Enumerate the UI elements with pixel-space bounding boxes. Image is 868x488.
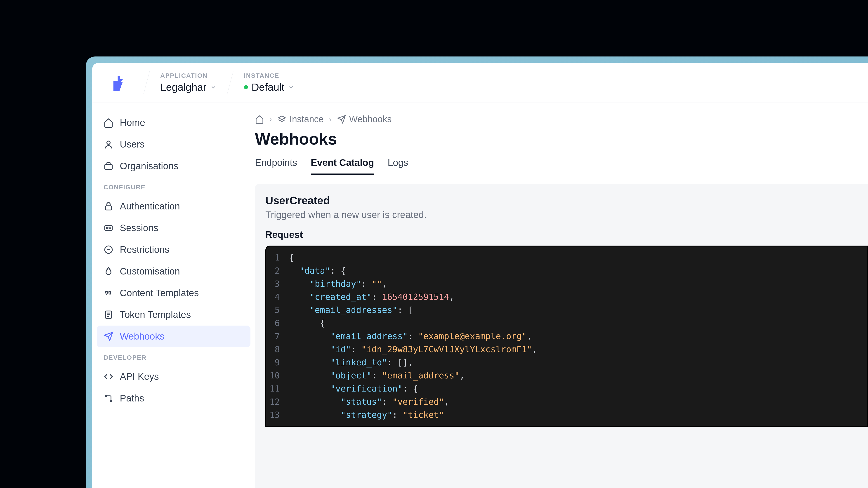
sidebar-item-content-templates[interactable]: Content Templates (97, 282, 250, 304)
line-number: 8 (266, 343, 289, 356)
line-number: 9 (266, 356, 289, 369)
tab-event-catalog[interactable]: Event Catalog (311, 157, 374, 175)
line-number: 5 (266, 303, 289, 317)
line-number: 10 (266, 369, 289, 382)
instance-label: INSTANCE (244, 72, 294, 79)
code-content: "verification": { (289, 382, 418, 395)
breadcrumb-label: Instance (289, 114, 324, 124)
svg-rect-1 (105, 164, 112, 169)
sidebar-item-label: Authentication (120, 201, 180, 212)
sidebar-item-users[interactable]: Users (97, 133, 250, 155)
code-content: "email_addresses": [ (289, 303, 413, 317)
line-number: 1 (266, 251, 289, 264)
instance-selector[interactable]: INSTANCE Default (244, 72, 294, 93)
nope-icon (103, 245, 114, 255)
sidebar-item-webhooks[interactable]: Webhooks (97, 326, 250, 347)
code-icon (103, 372, 114, 382)
breadcrumb-home[interactable] (255, 115, 264, 124)
sidebar-item-api-keys[interactable]: API Keys (97, 366, 250, 387)
line-number: 6 (266, 317, 289, 330)
sidebar-item-home[interactable]: Home (97, 112, 250, 133)
line-number: 2 (266, 264, 289, 277)
code-line: 6 { (266, 317, 867, 330)
sidebar-item-restrictions[interactable]: Restrictions (97, 239, 250, 260)
sidebar-item-label: Webhooks (120, 331, 164, 342)
sidebar-item-label: Content Templates (120, 288, 199, 298)
lock-icon (103, 201, 114, 211)
code-block: 1{2 "data": {3 "birthday": "",4 "created… (266, 246, 868, 427)
code-line: 13 "strategy": "ticket" (266, 408, 867, 421)
code-content: "id": "idn_29w83yL7CwVlJXylYLxcslromF1", (289, 343, 537, 356)
sidebar-item-label: Organisations (120, 161, 178, 171)
sidebar-item-sessions[interactable]: Sessions (97, 217, 250, 239)
line-number: 13 (266, 408, 289, 421)
line-number: 12 (266, 395, 289, 408)
page-title: Webhooks (255, 130, 868, 148)
tab-endpoints[interactable]: Endpoints (255, 157, 297, 175)
chevron-right-icon: › (329, 115, 332, 123)
sidebar-item-paths[interactable]: Paths (97, 387, 250, 409)
code-content: "created_at": 1654012591514, (289, 290, 454, 303)
svg-point-4 (106, 227, 108, 229)
code-line: 7 "email_address": "example@example.org"… (266, 330, 867, 343)
breadcrumb-instance[interactable]: Instance (277, 114, 324, 124)
code-line: 9 "linked_to": [], (266, 356, 867, 369)
line-number: 4 (266, 290, 289, 303)
application-label: APPLICATION (160, 72, 217, 79)
id-icon (103, 223, 114, 233)
quotes-icon (103, 288, 114, 298)
topbar: APPLICATION Legalghar INSTANCE Default (92, 63, 868, 103)
svg-point-7 (105, 395, 107, 396)
code-line: 11 "verification": { (266, 382, 867, 395)
line-number: 3 (266, 277, 289, 290)
code-content: "status": "verified", (289, 395, 449, 408)
sidebar-section-developer: DEVELOPER (97, 347, 250, 366)
event-description: Triggered when a new user is created. (266, 209, 868, 220)
event-title: UserCreated (266, 194, 868, 207)
code-line: 3 "birthday": "", (266, 277, 867, 290)
code-content: "email_address": "example@example.org", (289, 330, 532, 343)
sidebar-item-authentication[interactable]: Authentication (97, 195, 250, 217)
chevron-down-icon (210, 84, 217, 90)
status-dot-icon (244, 85, 248, 89)
paths-icon (103, 393, 114, 403)
code-line: 1{ (266, 251, 867, 264)
code-line: 5 "email_addresses": [ (266, 303, 867, 317)
home-icon (255, 115, 264, 124)
code-line: 4 "created_at": 1654012591514, (266, 290, 867, 303)
code-line: 8 "id": "idn_29w83yL7CwVlJXylYLxcslromF1… (266, 343, 867, 356)
chevron-right-icon: › (270, 115, 272, 123)
code-content: "data": { (289, 264, 346, 277)
sidebar-item-label: API Keys (120, 371, 159, 382)
layers-icon (277, 115, 286, 124)
sidebar-item-label: Paths (120, 393, 144, 404)
briefcase-icon (103, 161, 114, 171)
line-number: 11 (266, 382, 289, 395)
app-logo (106, 69, 133, 96)
user-icon (103, 139, 114, 149)
separator (227, 71, 233, 94)
request-heading: Request (266, 229, 868, 240)
send-icon (103, 331, 114, 341)
sidebar-item-label: Restrictions (120, 244, 169, 255)
code-content: { (289, 317, 325, 330)
code-content: "birthday": "", (289, 277, 387, 290)
code-line: 2 "data": { (266, 264, 867, 277)
sidebar-item-label: Users (120, 139, 145, 150)
separator (144, 71, 150, 94)
svg-point-0 (107, 141, 110, 144)
sidebar-item-label: Sessions (120, 223, 158, 233)
breadcrumb-label: Webhooks (349, 114, 392, 124)
home-icon (103, 118, 114, 128)
instance-name: Default (252, 81, 285, 93)
sidebar-item-customisation[interactable]: Customisation (97, 260, 250, 282)
sidebar-item-organisations[interactable]: Organisations (97, 155, 250, 177)
application-selector[interactable]: APPLICATION Legalghar (160, 72, 217, 93)
breadcrumb-webhooks[interactable]: Webhooks (337, 114, 392, 124)
main-content: › Instance › Webhooks Webhooks Endpoints… (255, 103, 868, 488)
sidebar-item-token-templates[interactable]: Token Templates (97, 304, 250, 326)
send-icon (337, 115, 346, 124)
application-name: Legalghar (160, 81, 207, 93)
tab-logs[interactable]: Logs (388, 157, 408, 175)
svg-rect-2 (105, 206, 112, 210)
